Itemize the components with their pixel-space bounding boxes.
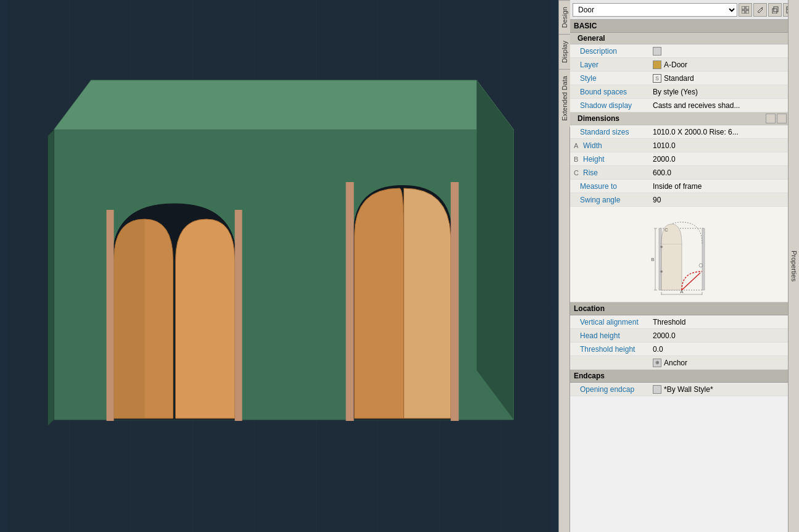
prop-swing-angle-label: Swing angle [570, 194, 650, 206]
prop-bound-spaces-value[interactable]: By style (Yes) [650, 86, 799, 98]
svg-rect-24 [451, 182, 459, 421]
basic-section-label: BASIC [574, 22, 597, 30]
location-section-header[interactable]: Location ▲ [570, 302, 799, 315]
svg-rect-30 [772, 9, 777, 14]
prop-standard-sizes-value[interactable]: 1010.0 X 2000.0 Rise: 6... [650, 127, 799, 138]
prop-style-label: Style [570, 73, 650, 84]
prop-layer-label: Layer [570, 59, 650, 70]
prop-description-label: Description [570, 46, 650, 57]
object-type-dropdown[interactable]: Door Window Wall [573, 3, 737, 17]
anchor-icon: ⊕ [653, 359, 661, 367]
prop-rise-label: C Rise [570, 167, 650, 178]
prop-measure-to-label: Measure to [570, 181, 650, 192]
dimensions-section-header[interactable]: Dimensions ▲ [570, 112, 799, 125]
svg-rect-26 [742, 6, 745, 9]
viewport-3d[interactable] [0, 0, 558, 532]
svg-rect-35 [642, 213, 728, 296]
properties-panel: Door Window Wall BASIC ▲ [570, 0, 799, 532]
svg-rect-29 [746, 10, 749, 14]
endcap-icon [653, 385, 661, 394]
prop-anchor-label [570, 362, 650, 364]
svg-rect-22 [235, 210, 242, 421]
prop-threshold-height-label: Threshold height [570, 344, 650, 355]
prop-width-label: A Width [570, 140, 650, 151]
prop-head-height-label: Head height [570, 330, 650, 341]
svg-text:C: C [664, 227, 668, 233]
svg-rect-28 [742, 10, 745, 14]
prop-width-value[interactable]: 1010.0 [650, 140, 799, 151]
prop-vertical-alignment-label: Vertical alignment [570, 317, 650, 328]
prop-threshold-height: Threshold height 0.0 [570, 343, 799, 356]
dimensions-section-label: Dimensions [578, 114, 619, 123]
copy-button[interactable] [768, 3, 782, 17]
door-diagram-svg: A B C [642, 213, 728, 296]
prop-shadow-display: Shadow display Casts and receives shad..… [570, 99, 799, 112]
prop-shadow-display-value[interactable]: Casts and receives shad... [650, 100, 799, 111]
svg-marker-19 [54, 80, 514, 130]
description-doc-icon [653, 47, 661, 56]
properties-content[interactable]: BASIC ▲ General ▲ Description Layer A-Do… [570, 20, 799, 532]
prop-opening-endcap-label: Opening endcap [570, 384, 650, 395]
style-icon: S [653, 74, 661, 83]
design-tab[interactable]: Design [559, 0, 570, 34]
prop-opening-endcap-value[interactable]: *By Wall Style* [650, 384, 799, 395]
endcaps-section-label: Endcaps [574, 372, 605, 380]
height-letter: B [574, 156, 581, 163]
prop-width: A Width 1010.0 [570, 139, 799, 152]
svg-rect-31 [774, 7, 778, 12]
prop-description-value[interactable] [650, 46, 799, 57]
prop-height: B Height 2000.0 [570, 152, 799, 166]
display-tab[interactable]: Display [559, 34, 570, 69]
prop-rise-value[interactable]: 600.0 [650, 167, 799, 178]
prop-layer: Layer A-Door [570, 58, 799, 72]
svg-point-47 [660, 270, 663, 273]
prop-style: Style S Standard [570, 72, 799, 85]
prop-anchor-value[interactable]: ⊕ Anchor [650, 357, 799, 368]
prop-threshold-height-value[interactable]: 0.0 [650, 344, 799, 355]
prop-rise: C Rise 600.0 [570, 166, 799, 180]
prop-head-height-value[interactable]: 2000.0 [650, 330, 799, 341]
width-letter: A [574, 142, 581, 149]
prop-measure-to-value[interactable]: Inside of frame [650, 181, 799, 192]
prop-bound-spaces-label: Bound spaces [570, 86, 650, 98]
svg-marker-20 [477, 80, 514, 420]
location-section-label: Location [574, 304, 605, 313]
dim-icon2[interactable] [777, 114, 787, 123]
prop-head-height: Head height 2000.0 [570, 329, 799, 343]
properties-tab[interactable]: Properties [788, 0, 799, 532]
general-section-label: General [578, 34, 605, 43]
grid-toggle-button[interactable] [739, 3, 752, 17]
svg-rect-38 [702, 228, 705, 290]
prop-swing-angle: Swing angle 90 [570, 193, 799, 207]
prop-layer-value[interactable]: A-Door [650, 59, 799, 70]
svg-point-46 [660, 246, 663, 248]
general-section-header[interactable]: General ▲ [570, 33, 799, 44]
svg-text:A: A [680, 289, 684, 294]
svg-marker-25 [48, 130, 54, 426]
svg-rect-27 [746, 6, 749, 9]
rise-letter: C [574, 169, 581, 177]
edit-button[interactable] [753, 3, 767, 17]
svg-rect-23 [346, 182, 354, 421]
prop-swing-angle-value[interactable]: 90 [650, 194, 799, 206]
dim-icon1[interactable] [766, 114, 776, 123]
extended-data-tab[interactable]: Extended Data [559, 69, 570, 127]
prop-opening-endcap: Opening endcap *By Wall Style* [570, 383, 799, 396]
endcaps-section-header[interactable]: Endcaps ▲ [570, 370, 799, 383]
door-diagram-area: A B C [570, 207, 799, 302]
svg-rect-37 [659, 228, 661, 290]
prop-description: Description [570, 44, 799, 58]
prop-height-label: B Height [570, 154, 650, 165]
prop-vertical-alignment-value[interactable]: Threshold [650, 317, 799, 328]
prop-standard-sizes: Standard sizes 1010.0 X 2000.0 Rise: 6..… [570, 125, 799, 139]
basic-section-header[interactable]: BASIC ▲ [570, 20, 799, 33]
prop-anchor: ⊕ Anchor [570, 356, 799, 370]
right-panel: Design Display Extended Data Properties … [558, 0, 799, 532]
layer-icon [653, 60, 661, 69]
prop-bound-spaces: Bound spaces By style (Yes) [570, 85, 799, 99]
prop-style-value[interactable]: S Standard [650, 73, 799, 84]
prop-shadow-display-label: Shadow display [570, 100, 650, 111]
svg-text:B: B [651, 257, 654, 262]
prop-measure-to: Measure to Inside of frame [570, 180, 799, 193]
prop-height-value[interactable]: 2000.0 [650, 154, 799, 165]
